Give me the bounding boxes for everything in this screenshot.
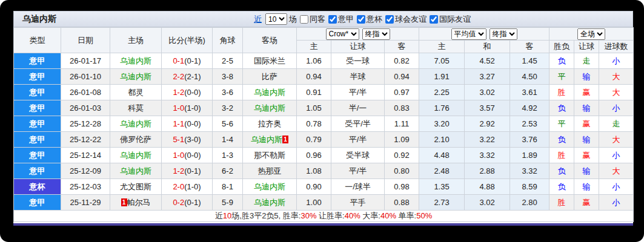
avg-draw-odds: 3.02 bbox=[465, 85, 510, 100]
away-team[interactable]: 国际米兰 bbox=[243, 53, 297, 69]
avg-draw-odds: 3.27 bbox=[465, 69, 510, 85]
team-name[interactable]: 比萨 bbox=[262, 72, 277, 81]
match-row: 意甲26-01-03科莫1-0(1-0)3-2乌迪内斯1.05半/一0.831.… bbox=[14, 100, 634, 116]
team-name[interactable]: 佛罗伦萨 bbox=[120, 135, 151, 144]
team-name[interactable]: 帕尔马 bbox=[127, 198, 151, 207]
filter-checkbox[interactable] bbox=[328, 15, 337, 24]
away-team[interactable]: 乌迪内斯 bbox=[243, 195, 297, 211]
corner-count: 6-2 bbox=[213, 163, 243, 179]
corner-count: 5-6 bbox=[213, 116, 243, 132]
avg-draw-odds: 3.32 bbox=[465, 148, 510, 163]
crow-source-select[interactable]: Crow* bbox=[326, 28, 359, 40]
team-name[interactable]: 乌迪内斯 bbox=[120, 151, 151, 160]
away-team[interactable]: 比萨 bbox=[243, 69, 297, 85]
corner-count: 8-1 bbox=[213, 179, 243, 195]
team-name[interactable]: 乌迪内斯 bbox=[120, 56, 151, 65]
period-select[interactable]: 全场 bbox=[577, 28, 605, 40]
crow-handicap: 半球 bbox=[331, 69, 385, 85]
crow-home-odds: 0.96 bbox=[297, 148, 331, 163]
recent-link[interactable]: 近 bbox=[254, 14, 262, 25]
avg-home-odds: 1.35 bbox=[419, 179, 465, 195]
avg-draw-odds: 4.52 bbox=[465, 53, 510, 69]
avg-away-odds: 2.80 bbox=[510, 195, 549, 211]
filter-item[interactable]: 球会友谊 bbox=[382, 14, 427, 25]
team-name[interactable]: 乌迪内斯 bbox=[254, 182, 285, 191]
team-name[interactable]: 乌迪内斯 bbox=[120, 119, 151, 128]
result-outcome: 负 bbox=[549, 53, 574, 69]
average-source-select[interactable]: 平均值 bbox=[451, 28, 486, 40]
crow-away-odds: 0.92 bbox=[385, 148, 419, 163]
team-name[interactable]: 拉齐奥 bbox=[258, 119, 282, 128]
filter-checkbox[interactable] bbox=[300, 15, 308, 24]
league-badge: 意甲 bbox=[14, 53, 61, 69]
recent-count-select[interactable]: 10 bbox=[265, 13, 287, 25]
summary-bar: 近10场,胜3平2负5, 胜率:30% 让胜率:40% 大率:40% 单率:50… bbox=[14, 211, 634, 222]
team-name[interactable]: 热那亚 bbox=[258, 166, 282, 175]
crow-home-odds: 0.78 bbox=[297, 116, 331, 132]
home-team[interactable]: 佛罗伦萨 bbox=[110, 132, 162, 148]
crow-home-odds: 0.90 bbox=[297, 179, 331, 195]
filter-item[interactable]: 意杯 bbox=[354, 14, 382, 25]
home-team[interactable]: 乌迪内斯 bbox=[110, 148, 162, 163]
filter-checkbox[interactable] bbox=[385, 15, 394, 24]
result-outcome: 平 bbox=[549, 116, 574, 132]
team-name[interactable]: 尤文图斯 bbox=[120, 182, 151, 191]
match-row: 意甲26-01-10乌迪内斯2-2(2-1)3-8比萨0.94半球0.941.9… bbox=[14, 69, 634, 85]
match-date: 26-01-08 bbox=[61, 85, 110, 100]
home-team[interactable]: 乌迪内斯 bbox=[110, 163, 162, 179]
filter-item[interactable]: 国际友谊 bbox=[427, 14, 471, 25]
team-name[interactable]: 都灵 bbox=[128, 88, 144, 97]
crow-handicap: 平/半 bbox=[331, 85, 385, 100]
result-handicap: 走 bbox=[574, 53, 599, 69]
home-team[interactable]: 乌迪内斯 bbox=[110, 53, 162, 69]
away-team[interactable]: 乌迪内斯 bbox=[243, 179, 297, 195]
crow-handicap: 半/一 bbox=[331, 100, 385, 116]
filter-checkbox[interactable] bbox=[357, 15, 365, 24]
summary-text-part: 大率: bbox=[360, 211, 380, 220]
home-team[interactable]: 科莫 bbox=[110, 100, 162, 116]
away-team[interactable]: 那不勒斯 bbox=[243, 148, 297, 163]
away-team[interactable]: 乌迪内斯 bbox=[243, 85, 297, 100]
match-row: 意甲26-01-08都灵1-2(0-0)3-6乌迪内斯0.91平/半0.972.… bbox=[14, 85, 634, 100]
team-name[interactable]: 国际米兰 bbox=[254, 56, 285, 65]
home-team[interactable]: 乌迪内斯 bbox=[110, 69, 162, 85]
home-team[interactable]: 尤文图斯 bbox=[110, 179, 162, 195]
corner-count: 3-2 bbox=[213, 100, 243, 116]
half-time-score: (0-1) bbox=[184, 166, 201, 175]
window-frame: 乌迪内斯 近 10 场 同客意甲意杯球会友谊国际友谊 类型 bbox=[0, 0, 644, 242]
team-name[interactable]: 乌迪内斯 bbox=[254, 88, 285, 97]
away-team[interactable]: 热那亚 bbox=[243, 163, 297, 179]
result-handicap: 赢 bbox=[574, 148, 599, 163]
team-name[interactable]: 乌迪内斯 bbox=[120, 72, 151, 81]
filter-checkbox[interactable] bbox=[430, 15, 438, 24]
result-handicap: 输 bbox=[574, 100, 599, 116]
filter-item[interactable]: 意甲 bbox=[325, 14, 354, 25]
away-team[interactable]: 乌迪内斯1 bbox=[243, 132, 297, 148]
team-name[interactable]: 乌迪内斯 bbox=[254, 198, 285, 207]
team-name[interactable]: 那不勒斯 bbox=[254, 151, 285, 160]
crow-index-select[interactable]: 终指 bbox=[362, 28, 390, 40]
team-name[interactable]: 乌迪内斯 bbox=[120, 166, 151, 175]
red-card-badge: 1 bbox=[121, 198, 127, 206]
home-team[interactable]: 1帕尔马 bbox=[110, 195, 162, 211]
away-team[interactable]: 拉齐奥 bbox=[243, 116, 297, 132]
col-header-outcome: 胜负 bbox=[549, 41, 574, 53]
full-time-score: 1-0 bbox=[173, 151, 184, 160]
team-name[interactable]: 科莫 bbox=[128, 103, 144, 113]
col-header-handicap-result: 让球 bbox=[574, 41, 599, 53]
avg-away-odds: 4.92 bbox=[510, 100, 549, 116]
team-name[interactable]: 乌迪内斯 bbox=[254, 103, 285, 113]
avg-draw-odds: 3.22 bbox=[465, 132, 510, 148]
avg-away-odds: 1.89 bbox=[510, 148, 549, 163]
avg-home-odds: 1.91 bbox=[419, 69, 465, 85]
home-team[interactable]: 乌迪内斯 bbox=[110, 116, 162, 132]
filter-item[interactable]: 同客 bbox=[297, 14, 325, 25]
match-date: 25-12-28 bbox=[61, 116, 110, 132]
team-name[interactable]: 乌迪内斯 bbox=[251, 135, 282, 144]
match-row: 意甲26-01-17乌迪内斯0-1(0-1)2-5国际米兰1.06受一球0.82… bbox=[14, 53, 634, 69]
away-team[interactable]: 乌迪内斯 bbox=[243, 100, 297, 116]
average-index-select[interactable]: 终指 bbox=[490, 28, 517, 40]
avg-home-odds: 2.73 bbox=[419, 195, 465, 211]
match-date: 25-12-22 bbox=[61, 132, 110, 148]
home-team[interactable]: 都灵 bbox=[110, 85, 162, 100]
